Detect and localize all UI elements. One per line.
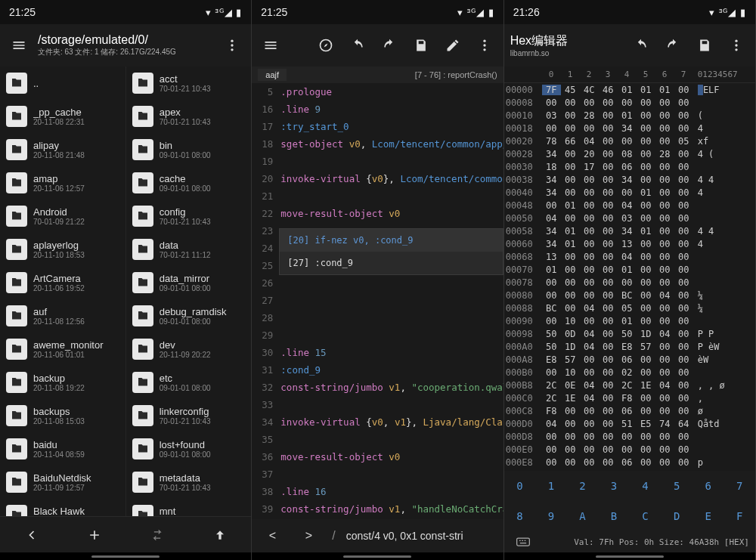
hex-cell[interactable]: 00 [674, 97, 693, 108]
hex-row[interactable]: 000207866040000000005xf [504, 135, 755, 147]
hex-cell[interactable]: 00 [674, 226, 693, 237]
hex-cell[interactable]: 00 [599, 406, 618, 416]
hex-cell[interactable]: 00 [674, 367, 693, 378]
hex-cell[interactable]: 04 [618, 252, 637, 262]
hex-cell[interactable]: 34 [542, 175, 561, 185]
hex-cell[interactable]: 00 [655, 110, 674, 121]
hex-cell[interactable]: 34 [618, 175, 637, 185]
hex-cell[interactable]: 00 [580, 239, 599, 249]
hex-cell[interactable]: 00 [561, 97, 580, 108]
hex-row[interactable]: 000080000000000000000 [504, 96, 755, 109]
hex-row[interactable]: 000A8E857000006000000èW [504, 353, 755, 366]
hex-cell[interactable]: 00 [542, 444, 561, 455]
hex-key[interactable]: F [723, 501, 755, 531]
code-area[interactable]: .prologue.line 9:try_start_0sget-object … [277, 83, 503, 519]
hex-cell[interactable]: 78 [542, 136, 561, 147]
hex-cell[interactable]: 00 [655, 175, 674, 185]
hex-cell[interactable]: 00 [655, 316, 674, 326]
hex-cell[interactable]: 00 [580, 265, 599, 275]
hex-cell[interactable]: 28 [655, 149, 674, 159]
hex-cell[interactable]: 74 [655, 419, 674, 429]
hex-cell[interactable]: 00 [599, 200, 618, 211]
hex-cell[interactable]: E8 [618, 342, 637, 352]
hex-cell[interactable]: 57 [637, 342, 655, 352]
hex-cell[interactable]: 00 [599, 342, 618, 352]
hex-cell[interactable]: 00 [580, 419, 599, 429]
hex-cell[interactable]: 00 [637, 316, 655, 326]
hex-cell[interactable]: 00 [599, 239, 618, 249]
hex-cell[interactable]: 00 [637, 175, 655, 185]
hex-cell[interactable]: 00 [599, 110, 618, 121]
hex-cell[interactable]: 00 [674, 239, 693, 249]
menu-icon[interactable] [258, 32, 284, 58]
hex-row[interactable]: 000A0501D0400E8570000P èW [504, 340, 755, 353]
hex-cell[interactable]: 00 [637, 393, 655, 404]
hex-row[interactable]: 0008000000000BC000400 ¼ [504, 289, 755, 302]
hex-row[interactable]: 0006034010000130000004 [504, 237, 755, 250]
hex-cell[interactable]: 00 [674, 252, 693, 262]
hex-cell[interactable]: 00 [674, 213, 693, 224]
hex-cell[interactable]: 00 [637, 290, 655, 301]
file-row[interactable]: backups20-11-08 15:03 [0, 399, 125, 432]
hex-row[interactable]: 000500400000003000000 [504, 212, 755, 224]
hex-row[interactable]: 000D80000000000000000 [504, 430, 755, 443]
hex-cell[interactable]: 13 [542, 252, 561, 262]
hex-cell[interactable]: 00 [674, 406, 693, 416]
more-icon[interactable] [472, 32, 497, 58]
hex-row[interactable]: 000B00010000002000000 [504, 366, 755, 379]
hex-cell[interactable]: 04 [655, 380, 674, 391]
hex-cell[interactable]: 20 [580, 149, 599, 159]
hex-row[interactable]: 00098500D0400501D0400P P [504, 327, 755, 340]
hex-cell[interactable]: 00 [655, 354, 674, 365]
hex-cell[interactable]: 00 [655, 213, 674, 224]
hex-key[interactable]: 5 [661, 471, 692, 501]
file-row[interactable]: cache09-01-01 08:00 [126, 166, 252, 200]
hex-cell[interactable]: 00 [655, 136, 674, 147]
hex-cell[interactable]: 00 [542, 432, 561, 442]
hex-key[interactable]: A [567, 501, 599, 531]
hex-key[interactable]: B [598, 501, 630, 531]
hex-cell[interactable]: 00 [674, 432, 693, 442]
hex-cell[interactable]: 0E [561, 380, 580, 391]
hex-cell[interactable]: 00 [599, 187, 618, 198]
hex-cell[interactable]: 10 [561, 367, 580, 378]
hex-cell[interactable]: 00 [674, 149, 693, 159]
file-row[interactable]: dev20-11-09 20:22 [126, 333, 252, 366]
hex-cell[interactable]: 00 [580, 97, 599, 108]
hex-row[interactable]: 0002834002000080028004 ( [504, 147, 755, 160]
hex-cell[interactable]: 00 [674, 123, 693, 134]
hex-cell[interactable]: 00 [542, 123, 561, 134]
hex-cell[interactable]: 04 [542, 419, 561, 429]
hex-cell[interactable]: 00 [655, 162, 674, 172]
hex-cell[interactable]: 00 [599, 252, 618, 262]
hex-cell[interactable]: 00 [674, 329, 693, 339]
hex-cell[interactable]: 01 [655, 85, 674, 95]
hex-cell[interactable]: 66 [561, 136, 580, 147]
hex-cell[interactable]: 45 [561, 85, 580, 95]
hex-row[interactable]: 000C8F800000006000000ø [504, 404, 755, 417]
file-row[interactable]: Android70-01-09 21:22 [0, 200, 125, 233]
hex-cell[interactable]: 00 [655, 226, 674, 237]
hex-cell[interactable]: 00 [637, 97, 655, 108]
hex-cell[interactable]: 03 [542, 110, 561, 121]
hex-row[interactable]: 000780000000000000000 [504, 276, 755, 289]
hex-cell[interactable]: 00 [674, 380, 693, 391]
hex-cell[interactable]: 04 [542, 213, 561, 224]
hex-cell[interactable]: 10 [561, 316, 580, 326]
hex-cell[interactable]: 00 [599, 213, 618, 224]
hex-cell[interactable]: 00 [599, 457, 618, 468]
hex-cell[interactable]: 00 [561, 162, 580, 172]
file-row[interactable]: _pp_cache20-11-08 22:31 [0, 100, 125, 133]
hex-cell[interactable]: 01 [561, 226, 580, 237]
hex-cell[interactable]: 00 [637, 432, 655, 442]
hex-row[interactable]: 000E80000000006000000 p [504, 456, 755, 469]
hex-cell[interactable]: 02 [618, 367, 637, 378]
hex-key[interactable]: 0 [504, 471, 536, 501]
hex-cell[interactable]: 00 [674, 200, 693, 211]
hex-cell[interactable]: 00 [674, 316, 693, 326]
redo-icon[interactable] [660, 32, 686, 58]
hex-row[interactable]: 000681300000004000000 [504, 250, 755, 263]
hex-cell[interactable]: 00 [561, 290, 580, 301]
hex-cell[interactable]: 00 [655, 367, 674, 378]
file-row[interactable]: data70-01-21 11:12 [126, 233, 252, 266]
